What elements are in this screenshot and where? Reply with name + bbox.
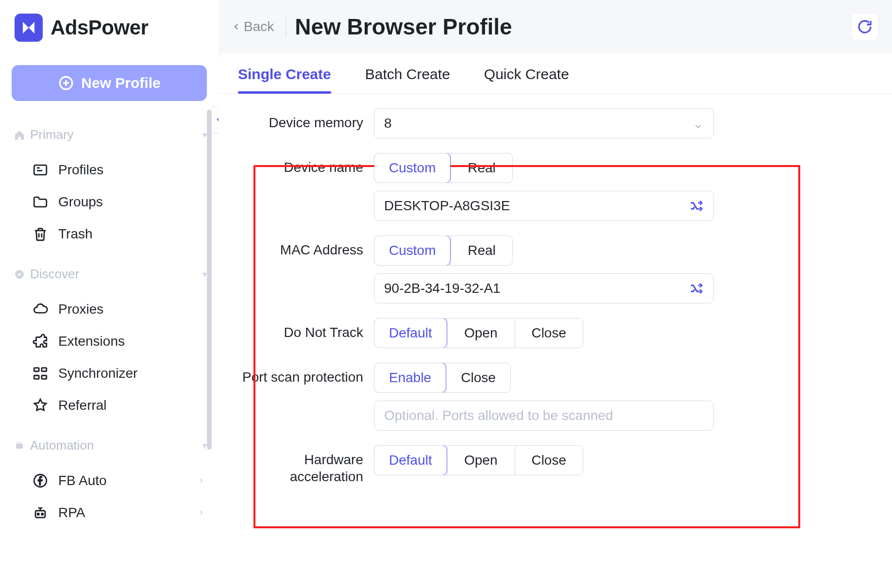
puzzle-icon <box>32 333 49 350</box>
input-port-scan[interactable] <box>374 401 714 431</box>
row-device-memory: Device memory 8 ⌄ <box>240 108 871 138</box>
seg-mac: Custom Real <box>374 235 513 266</box>
new-profile-button[interactable]: New Profile <box>12 65 207 101</box>
label-hw-accel: Hardware acceleration <box>240 445 363 485</box>
sidebar: AdsPower New Profile Primary ▾ Profiles … <box>0 0 219 588</box>
opt-mac-real[interactable]: Real <box>450 236 512 265</box>
sidebar-item-rpa[interactable]: RPA › <box>12 497 207 529</box>
back-label: Back <box>244 19 274 34</box>
nav-label: Trash <box>58 226 93 242</box>
refresh-icon <box>856 18 874 35</box>
sidebar-item-groups[interactable]: Groups <box>12 186 207 218</box>
seg-dnt: Default Open Close <box>374 318 583 348</box>
shuffle-icon[interactable] <box>689 281 704 296</box>
brand-logo-icon <box>15 14 43 42</box>
chevron-down-icon: ▾ <box>202 440 207 451</box>
sidebar-item-proxies[interactable]: Proxies <box>12 293 207 325</box>
seg-device-name: Custom Real <box>374 153 513 183</box>
svg-rect-5 <box>34 375 39 379</box>
svg-point-10 <box>37 513 39 515</box>
tabs: Single Create Batch Create Quick Create <box>219 53 892 94</box>
sync-icon <box>32 365 49 382</box>
nav-label: RPA <box>58 505 85 521</box>
input-port-field[interactable] <box>384 408 704 423</box>
new-profile-label: New Profile <box>81 75 160 91</box>
cloud-icon <box>32 301 49 318</box>
opt-dnt-close[interactable]: Close <box>515 319 583 348</box>
row-mac-address: MAC Address Custom Real <box>240 235 871 303</box>
opt-device-name-custom[interactable]: Custom <box>374 153 451 183</box>
section-header-primary[interactable]: Primary ▾ <box>14 127 207 142</box>
topbar: Back New Browser Profile <box>219 0 892 53</box>
section-label: Discover <box>30 267 79 282</box>
chevron-down-icon: ▾ <box>202 269 207 280</box>
brand: AdsPower <box>12 14 207 42</box>
label-dnt: Do Not Track <box>240 318 363 341</box>
opt-hw-default[interactable]: Default <box>374 445 447 475</box>
tab-quick-create[interactable]: Quick Create <box>484 66 569 93</box>
refresh-button[interactable] <box>851 13 878 40</box>
select-device-memory[interactable]: 8 ⌄ <box>374 108 714 138</box>
svg-rect-6 <box>42 375 47 379</box>
opt-mac-custom[interactable]: Custom <box>374 235 451 266</box>
label-port-scan: Port scan protection <box>240 363 363 386</box>
sidebar-item-extensions[interactable]: Extensions <box>12 325 207 357</box>
sidebar-item-synchronizer[interactable]: Synchronizer <box>12 357 207 389</box>
tab-single-create[interactable]: Single Create <box>238 66 331 93</box>
nav-label: Referral <box>58 398 107 413</box>
trash-icon <box>32 226 49 242</box>
rpa-icon <box>32 504 49 521</box>
chevron-left-icon <box>232 22 241 31</box>
plus-circle-icon <box>58 75 74 91</box>
chevron-down-icon: ⌄ <box>692 116 704 132</box>
row-port-scan: Port scan protection Enable Close <box>240 363 871 431</box>
opt-port-enable[interactable]: Enable <box>374 363 446 393</box>
section-header-discover[interactable]: Discover ▾ <box>14 267 207 282</box>
back-button[interactable]: Back <box>229 17 277 36</box>
svg-rect-7 <box>16 444 23 449</box>
svg-rect-3 <box>34 368 39 371</box>
opt-dnt-open[interactable]: Open <box>447 319 515 348</box>
shuffle-icon[interactable] <box>689 199 704 213</box>
svg-rect-4 <box>42 368 47 371</box>
select-value: 8 <box>384 116 392 131</box>
input-mac-address[interactable] <box>374 273 714 303</box>
nav-label: FB Auto <box>58 473 107 488</box>
nav-label: Proxies <box>58 302 103 317</box>
sidebar-item-fb-auto[interactable]: FB Auto › <box>12 465 207 497</box>
input-mac-field[interactable] <box>384 281 689 296</box>
section-header-automation[interactable]: Automation ▾ <box>14 438 207 453</box>
sidebar-item-profiles[interactable]: Profiles <box>12 154 207 186</box>
form-card: Single Create Batch Create Quick Create … <box>219 53 892 588</box>
seg-hw-accel: Default Open Close <box>374 445 583 475</box>
robot-icon <box>14 440 25 452</box>
opt-device-name-real[interactable]: Real <box>450 153 512 183</box>
facebook-icon <box>32 472 49 489</box>
label-mac-address: MAC Address <box>240 235 363 258</box>
sidebar-item-trash[interactable]: Trash <box>12 218 207 250</box>
label-device-memory: Device memory <box>240 108 363 131</box>
brand-name: AdsPower <box>50 16 148 39</box>
nav-label: Groups <box>58 194 103 210</box>
form-area: Device memory 8 ⌄ Device name Custom Rea… <box>219 94 892 504</box>
row-device-name: Device name Custom Real <box>240 153 871 221</box>
main: Back New Browser Profile Single Create B… <box>219 0 892 588</box>
compass-icon <box>14 269 25 280</box>
opt-hw-close[interactable]: Close <box>515 446 583 475</box>
opt-hw-open[interactable]: Open <box>447 446 515 475</box>
opt-port-close[interactable]: Close <box>446 363 510 392</box>
row-dnt: Do Not Track Default Open Close <box>240 318 871 348</box>
nav-label: Profiles <box>58 162 103 178</box>
folder-icon <box>32 194 49 210</box>
tab-batch-create[interactable]: Batch Create <box>365 66 450 93</box>
page-title: New Browser Profile <box>295 14 512 40</box>
star-icon <box>32 397 49 414</box>
opt-dnt-default[interactable]: Default <box>374 318 447 348</box>
input-device-name-field[interactable] <box>384 198 689 214</box>
sidebar-item-referral[interactable]: Referral <box>12 389 207 421</box>
section-label: Primary <box>30 127 74 142</box>
seg-port-scan: Enable Close <box>374 363 511 393</box>
home-icon <box>14 129 25 141</box>
section-label: Automation <box>30 438 94 453</box>
input-device-name[interactable] <box>374 191 714 221</box>
